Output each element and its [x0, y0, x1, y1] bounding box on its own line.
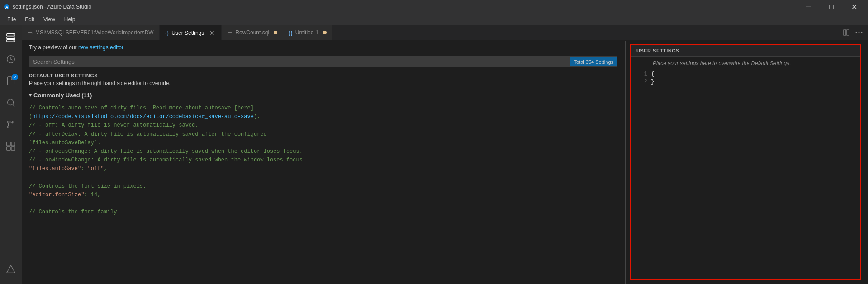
code-line-6: // - onFocusChange: A dirty file is auto… [29, 147, 617, 156]
panel-divider[interactable] [625, 41, 626, 284]
sidebar-item-explorer[interactable]: 2 [0, 70, 22, 92]
title-bar: A settings.json - Azure Data Studio ─ □ … [0, 0, 868, 14]
autosave-link[interactable]: https://code.visualstudio.com/docs/edito… [32, 114, 254, 120]
settings-panel: Try a preview of our new settings editor… [22, 41, 625, 284]
code-line-1: // Controls auto save of dirty files. Re… [29, 104, 617, 113]
svg-point-13 [8, 126, 9, 128]
title-bar-left: A settings.json - Azure Data Studio [4, 4, 91, 10]
new-settings-link[interactable]: new settings editor [78, 44, 123, 51]
svg-point-7 [14, 40, 14, 41]
user-settings-hint: Place your settings here to overwrite th… [631, 57, 860, 68]
section-desc: Place your settings in the right hand si… [29, 80, 617, 86]
menu-file[interactable]: File [4, 15, 19, 24]
settings-search-bar[interactable]: Total 354 Settings [29, 56, 617, 67]
maximize-button[interactable]: □ [821, 0, 842, 14]
line-content: } [651, 78, 655, 85]
explorer-badge: 2 [12, 74, 18, 80]
svg-point-9 [8, 99, 14, 105]
svg-point-11 [8, 121, 9, 123]
menu-help[interactable]: Help [61, 15, 79, 24]
app-icon: A [4, 4, 10, 10]
code-line-7: // - onWindowChange: A dirty file is aut… [29, 156, 617, 165]
line-number: 1 [636, 71, 647, 77]
more-tabs-button[interactable] [854, 27, 864, 38]
line-number: 2 [636, 79, 647, 85]
code-line-5: `files.autoSaveDelay`. [29, 139, 617, 147]
activity-bottom [0, 259, 22, 284]
window-controls: ─ □ ✕ [798, 0, 864, 14]
fontsize-key: "editor.fontSize" [29, 192, 84, 198]
svg-point-12 [13, 121, 14, 123]
user-settings-code: 1 { 2 } [631, 68, 860, 87]
autosave-key: "files.autoSave" [29, 166, 81, 172]
tab-untitled[interactable]: {} Untitled-1 [283, 25, 332, 40]
file-icon: ▭ [227, 29, 232, 36]
tab-label: MSI\MSSQLSERVER01:WideWorldImportersDW [35, 29, 154, 36]
tab-settings[interactable]: {} User Settings ✕ [160, 25, 222, 40]
code-line-9: // Controls the font size in pixels. [29, 182, 617, 191]
editor-area: Try a preview of our new settings editor… [22, 41, 868, 284]
svg-point-21 [861, 32, 863, 33]
code-line-10: "editor.fontSize": 14, [29, 191, 617, 199]
sidebar-item-history[interactable] [0, 48, 22, 70]
code-line-8: "files.autoSave": "off", [29, 165, 617, 173]
tab-label: RowCount.sql [235, 29, 269, 36]
code-icon: {} [289, 29, 293, 36]
svg-rect-17 [11, 147, 15, 150]
window-title: settings.json - Azure Data Studio [13, 4, 91, 10]
svg-point-5 [14, 34, 14, 35]
user-settings-panel: USER SETTINGS Place your settings here t… [630, 44, 861, 280]
total-settings-label: Total 354 Settings [570, 57, 617, 66]
svg-point-20 [859, 32, 860, 33]
code-line-4: // - afterDelay: A dirty file is automat… [29, 130, 617, 139]
line-content: { [651, 71, 655, 77]
app-body: 2 [0, 25, 868, 284]
file-icon: ▭ [27, 29, 33, 36]
svg-text:A: A [5, 5, 9, 9]
svg-rect-16 [7, 147, 10, 150]
svg-line-10 [13, 104, 14, 106]
right-scrollbar [864, 41, 868, 284]
svg-marker-18 [7, 265, 15, 273]
tab-rowcount[interactable]: ▭ RowCount.sql [222, 25, 283, 40]
user-settings-header: USER SETTINGS [631, 45, 860, 57]
code-block: // Controls auto save of dirty files. Re… [29, 104, 617, 217]
section-title: DEFAULT USER SETTINGS [29, 73, 617, 78]
sidebar-item-server[interactable] [0, 27, 22, 48]
menu-view[interactable]: View [40, 15, 59, 24]
minimize-button[interactable]: ─ [798, 0, 819, 14]
search-input[interactable] [29, 57, 570, 67]
sidebar-item-git[interactable] [0, 114, 22, 135]
tab-label: User Settings [171, 30, 204, 36]
group-title[interactable]: Commonly Used (11) [29, 92, 617, 99]
sidebar-item-search[interactable] [0, 92, 22, 114]
tab-bar: ▭ MSI\MSSQLSERVER01:WideWorldImportersDW… [22, 25, 868, 41]
menu-bar: File Edit View Help [0, 14, 868, 25]
svg-point-19 [856, 32, 857, 33]
unsaved-dot [323, 31, 327, 34]
code-icon: {} [165, 29, 169, 36]
split-editor-button[interactable] [841, 27, 852, 38]
settings-notice: Try a preview of our new settings editor [22, 41, 625, 54]
code-line-3: // - off: A dirty file is never automati… [29, 121, 617, 130]
code-line-1: 1 { [631, 70, 860, 78]
svg-rect-14 [7, 142, 10, 146]
activity-bar: 2 [0, 25, 22, 284]
tab-bar-actions [837, 25, 868, 40]
sidebar-item-account[interactable] [0, 259, 22, 280]
svg-rect-15 [11, 142, 15, 146]
code-line-2: 2 } [631, 78, 860, 85]
autosave-value: "off" [88, 166, 104, 172]
content-area: ▭ MSI\MSSQLSERVER01:WideWorldImportersDW… [22, 25, 868, 284]
unsaved-dot [274, 31, 277, 34]
settings-content: DEFAULT USER SETTINGS Place your setting… [22, 69, 625, 284]
code-line-2: (https://code.visualstudio.com/docs/edit… [29, 113, 617, 121]
sidebar-item-extensions[interactable] [0, 135, 22, 157]
menu-edit[interactable]: Edit [21, 15, 38, 24]
svg-point-6 [14, 38, 14, 38]
code-line-11: // Controls the font family. [29, 208, 617, 217]
tab-close-button[interactable]: ✕ [209, 29, 216, 37]
tab-label: Untitled-1 [295, 29, 318, 36]
tab-connection[interactable]: ▭ MSI\MSSQLSERVER01:WideWorldImportersDW [22, 25, 160, 40]
close-button[interactable]: ✕ [844, 0, 864, 14]
